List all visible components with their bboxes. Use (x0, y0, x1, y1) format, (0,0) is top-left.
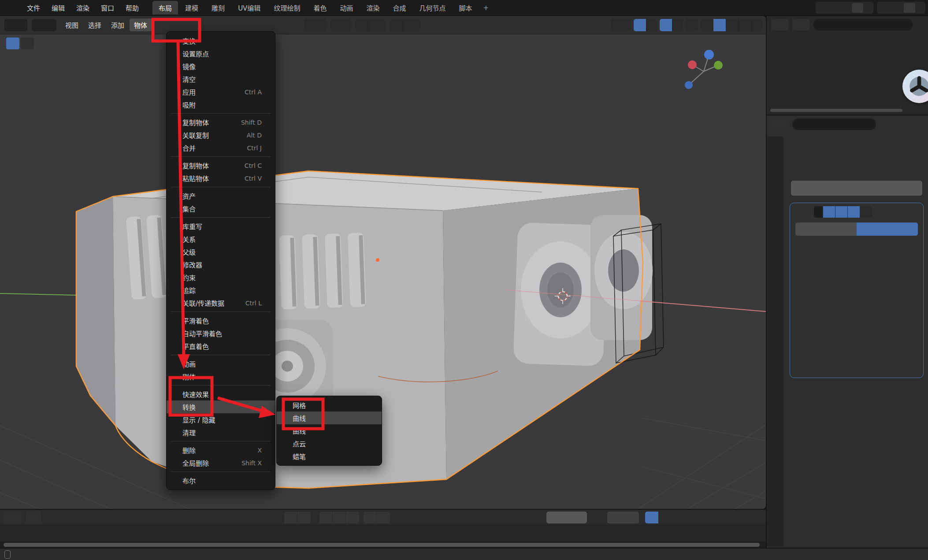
shading-wireframe[interactable] (701, 19, 713, 31)
object-menu-item-38[interactable]: 全局删除Shift X (167, 456, 275, 469)
object-menu-item-14[interactable]: 资产 (167, 189, 275, 202)
overlays-dropdown[interactable] (672, 19, 683, 31)
convert-submenu-item-1[interactable]: 曲线 (277, 412, 382, 424)
shading-material[interactable] (726, 19, 739, 31)
object-menu-item-3[interactable]: 清空 (167, 73, 275, 85)
topbar-menu-1[interactable]: 编辑 (46, 1, 71, 14)
modifier-name-field[interactable] (814, 206, 823, 218)
workspace-tab-1[interactable]: 建模 (179, 1, 204, 15)
modifier-realtime-toggle[interactable] (835, 206, 847, 218)
workspace-tab-11[interactable]: + (479, 2, 493, 14)
tab-vertices[interactable] (795, 223, 857, 236)
pivot-dropdown[interactable] (330, 19, 351, 31)
scene-selector[interactable] (816, 2, 873, 14)
object-menu-item-1[interactable]: 设置原点 (167, 47, 275, 60)
overlays-toggle[interactable] (660, 19, 672, 31)
object-menu-item-32[interactable]: 快速效果 (167, 388, 275, 401)
add-modifier-button[interactable] (791, 181, 922, 196)
gizmo-dropdown[interactable] (646, 19, 657, 31)
filter-icon[interactable] (917, 21, 924, 28)
workspace-tab-8[interactable]: 合成 (386, 1, 412, 15)
convert-submenu-item-2[interactable]: 曲线 (277, 424, 382, 437)
drag-handle-icon[interactable] (913, 208, 920, 215)
timeline-ruler[interactable] (0, 525, 766, 541)
modifier-render-toggle[interactable] (848, 206, 860, 218)
properties-search[interactable] (792, 119, 876, 130)
workspace-tab-0[interactable]: 布局 (152, 1, 178, 15)
next-frame-button[interactable] (333, 512, 346, 523)
chevron-down-icon[interactable] (917, 121, 924, 127)
viewport-menu-1[interactable]: 选择 (84, 19, 106, 31)
object-menu-item-4[interactable]: 应用Ctrl A (167, 85, 275, 98)
object-menu-item-11[interactable]: 复制物体Ctrl C (167, 159, 275, 172)
outliner-search[interactable] (813, 19, 913, 30)
properties-search-input[interactable] (806, 121, 872, 128)
pan-button[interactable] (722, 133, 735, 146)
modifier-close-icon[interactable] (880, 209, 886, 215)
object-menu-item-20[interactable]: 修改器 (167, 258, 275, 271)
snap-toggle[interactable] (355, 19, 368, 31)
expand-icon[interactable] (794, 209, 799, 215)
frame-step-dropdown[interactable] (346, 512, 359, 523)
shading-rendered[interactable] (739, 19, 752, 31)
mode-dropdown[interactable] (32, 19, 56, 31)
current-frame-field[interactable] (546, 512, 587, 523)
viewlayer-delete-icon[interactable] (917, 5, 924, 11)
snap-keys-dropdown[interactable] (377, 512, 390, 523)
object-menu-item-19[interactable]: 父级 (167, 245, 275, 258)
object-menu-item-12[interactable]: 粘贴物体Ctrl V (167, 172, 275, 185)
outliner-display-mode[interactable] (771, 19, 789, 30)
object-menu-item-29[interactable]: 动画 (167, 357, 275, 370)
workspace-tab-3[interactable]: UV编辑 (232, 1, 267, 15)
object-menu-item-15[interactable]: 集合 (167, 202, 275, 215)
viewport-menu-0[interactable]: 视图 (61, 19, 83, 31)
convert-submenu-item-3[interactable]: 点云 (277, 437, 382, 450)
object-menu-item-7[interactable]: 复制物体Shift D (167, 116, 275, 129)
workspace-tab-2[interactable]: 雕刻 (205, 1, 231, 15)
viewport-menu-3[interactable]: 物体 (130, 19, 152, 31)
select-extend-button[interactable] (21, 37, 34, 49)
tab-edges[interactable] (857, 223, 918, 236)
shading-solid[interactable] (713, 19, 726, 31)
outliner-scrollbar[interactable] (770, 109, 902, 112)
viewport-menu-2[interactable]: 添加 (107, 19, 129, 31)
object-menu-item-2[interactable]: 镜像 (167, 60, 275, 73)
shading-dropdown[interactable] (752, 19, 762, 31)
object-menu-item-27[interactable]: 平直着色 (167, 340, 275, 352)
object-menu-item-23[interactable]: 关联/传递数据Ctrl L (167, 297, 275, 309)
gizmo-toggle[interactable] (634, 19, 646, 31)
falloff-dropdown[interactable] (403, 19, 420, 31)
topbar-menu-3[interactable]: 窗口 (95, 1, 120, 14)
workspace-tab-5[interactable]: 着色 (307, 1, 333, 15)
object-menu-item-0[interactable]: 变换 (167, 34, 275, 47)
blender-logo-icon[interactable] (5, 3, 17, 13)
workspace-tab-10[interactable]: 脚本 (453, 1, 478, 15)
timeline-editor-type[interactable] (4, 512, 21, 523)
playback-menu[interactable] (26, 512, 41, 523)
object-menu-item-40[interactable]: 布尔 (167, 474, 275, 487)
blenderkit-badge[interactable] (902, 70, 928, 103)
timeline-scrollbar[interactable] (4, 543, 760, 547)
object-menu-item-18[interactable]: 关系 (167, 233, 275, 245)
object-menu-item-5[interactable]: 吸附 (167, 98, 275, 111)
snap-keys-button[interactable] (364, 512, 377, 523)
object-menu-item-22[interactable]: 追踪 (167, 284, 275, 297)
camera-view-button[interactable] (722, 152, 735, 166)
object-menu-item-34[interactable]: 显示 / 隐藏 (167, 413, 275, 426)
object-menu-item-9[interactable]: 合并Ctrl J (167, 141, 275, 154)
pin-icon[interactable] (843, 4, 850, 11)
auto-key-dropdown[interactable] (297, 512, 311, 523)
outliner-filter-mode[interactable] (792, 19, 810, 30)
scene-delete-icon[interactable] (865, 5, 872, 11)
proportional-toggle[interactable] (390, 19, 403, 31)
viewport-3d[interactable]: 视图选择添加物体 (0, 16, 766, 509)
prev-frame-button[interactable] (319, 512, 333, 523)
object-menu-item-30[interactable]: 刚体 (167, 370, 275, 383)
object-menu-item-8[interactable]: 关联复制Alt D (167, 129, 275, 141)
workspace-tab-7[interactable]: 渲染 (360, 1, 386, 15)
properties-editor-type[interactable] (771, 119, 789, 130)
pin-icon[interactable] (916, 143, 923, 150)
object-menu-item-21[interactable]: 约束 (167, 271, 275, 284)
workspace-tab-4[interactable]: 纹理绘制 (267, 1, 306, 15)
object-menu-item-35[interactable]: 清理 (167, 426, 275, 439)
